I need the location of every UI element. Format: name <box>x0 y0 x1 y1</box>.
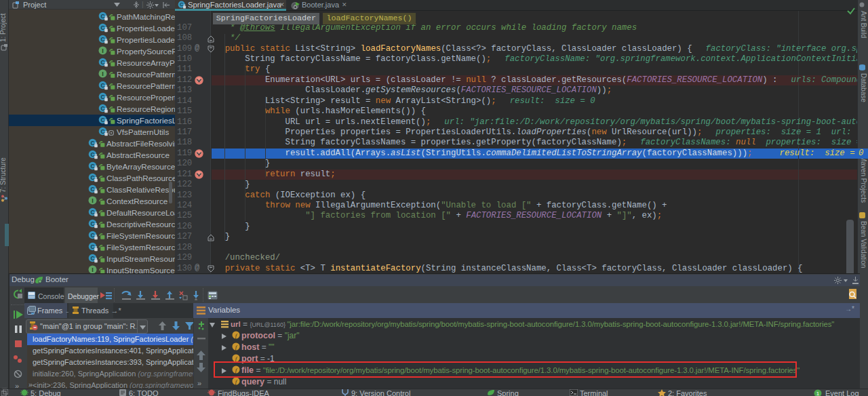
svg-text:C: C <box>100 36 104 43</box>
svg-text:I: I <box>92 197 94 204</box>
svg-text:I: I <box>92 266 94 273</box>
svg-text:C: C <box>100 105 104 112</box>
svg-text:C: C <box>90 243 94 250</box>
svg-text:I: I <box>102 47 104 54</box>
svg-text:C: C <box>90 163 94 170</box>
svg-text:C: C <box>90 255 94 262</box>
svg-text:C: C <box>100 128 104 135</box>
svg-text:1: 1 <box>816 391 820 396</box>
svg-text:C: C <box>90 220 94 227</box>
svg-text:C: C <box>100 59 104 66</box>
svg-text:C: C <box>90 151 94 158</box>
svg-text:C: C <box>90 140 94 146</box>
svg-text:C: C <box>100 24 104 31</box>
svg-text:C: C <box>100 117 104 123</box>
svg-text:C: C <box>90 186 94 193</box>
svg-text:C: C <box>90 209 94 216</box>
svg-text:C: C <box>100 13 104 20</box>
svg-text:C: C <box>100 82 104 89</box>
svg-text:C: C <box>90 232 94 239</box>
svg-text:C: C <box>100 94 104 100</box>
svg-text:I: I <box>102 71 104 77</box>
svg-text:C: C <box>90 174 94 181</box>
